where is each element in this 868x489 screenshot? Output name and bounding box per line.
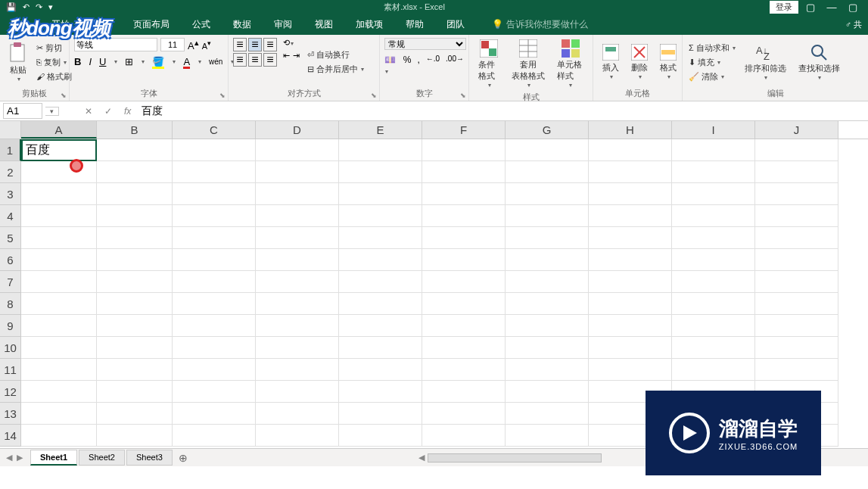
select-all-corner[interactable] bbox=[0, 121, 21, 139]
cell-D7[interactable] bbox=[256, 271, 339, 293]
cell-G11[interactable] bbox=[506, 359, 589, 381]
cell-J5[interactable] bbox=[755, 227, 838, 249]
cell-C6[interactable] bbox=[173, 249, 256, 271]
decrease-indent-icon[interactable]: ⇤ bbox=[283, 51, 290, 61]
name-box[interactable] bbox=[3, 103, 42, 119]
cell-B12[interactable] bbox=[97, 381, 173, 403]
cell-A2[interactable] bbox=[21, 161, 97, 183]
login-button[interactable]: 登录 bbox=[770, 1, 798, 14]
alignment-buttons[interactable]: ≡≡≡ ≡≡≡ bbox=[233, 38, 277, 86]
cell-D14[interactable] bbox=[256, 425, 339, 447]
clipboard-launcher-icon[interactable]: ⬊ bbox=[61, 92, 67, 99]
cell-A8[interactable] bbox=[21, 293, 97, 315]
cell-J7[interactable] bbox=[755, 271, 838, 293]
autosum-button[interactable]: Σ 自动求和 ▾ bbox=[687, 42, 737, 55]
cell-A6[interactable] bbox=[21, 249, 97, 271]
cell-A11[interactable] bbox=[21, 359, 97, 381]
menu-data[interactable]: 数据 bbox=[229, 17, 256, 33]
cell-E2[interactable] bbox=[339, 161, 422, 183]
cell-A14[interactable] bbox=[21, 425, 97, 447]
row-header-1[interactable]: 1 bbox=[0, 139, 21, 161]
underline-button[interactable]: U bbox=[99, 56, 106, 67]
row-header-14[interactable]: 14 bbox=[0, 425, 21, 447]
menu-insert[interactable]: 插入 bbox=[88, 17, 115, 33]
cell-G1[interactable] bbox=[506, 139, 589, 161]
cell-F9[interactable] bbox=[422, 315, 506, 337]
undo-icon[interactable]: ↶ bbox=[23, 2, 30, 12]
cell-D12[interactable] bbox=[256, 381, 339, 403]
cell-H10[interactable] bbox=[589, 337, 672, 359]
menu-home[interactable]: 开始 bbox=[47, 17, 74, 33]
cell-F10[interactable] bbox=[422, 337, 506, 359]
menu-formulas[interactable]: 公式 bbox=[188, 17, 215, 33]
cell-J4[interactable] bbox=[755, 205, 838, 227]
clear-button[interactable]: 🧹 清除 ▾ bbox=[687, 70, 737, 83]
cell-B1[interactable] bbox=[97, 139, 173, 161]
cell-B6[interactable] bbox=[97, 249, 173, 271]
row-header-10[interactable]: 10 bbox=[0, 337, 21, 359]
border-button[interactable]: ⊞ bbox=[125, 56, 133, 67]
cell-G5[interactable] bbox=[506, 227, 589, 249]
menu-help[interactable]: 帮助 bbox=[401, 17, 428, 33]
format-table-button[interactable]: 套用 表格格式▾ bbox=[507, 38, 549, 90]
cell-F6[interactable] bbox=[422, 249, 506, 271]
cell-E9[interactable] bbox=[339, 315, 422, 337]
cell-G12[interactable] bbox=[506, 381, 589, 403]
cell-J8[interactable] bbox=[755, 293, 838, 315]
row-header-9[interactable]: 9 bbox=[0, 315, 21, 337]
cell-C13[interactable] bbox=[173, 403, 256, 425]
cell-C5[interactable] bbox=[173, 227, 256, 249]
fill-color-button[interactable]: 🪣 bbox=[152, 56, 164, 67]
increase-font-icon[interactable]: A▴ bbox=[188, 38, 199, 51]
cell-B5[interactable] bbox=[97, 227, 173, 249]
redo-icon[interactable]: ↷ bbox=[36, 2, 42, 12]
cell-C14[interactable] bbox=[173, 425, 256, 447]
cell-G6[interactable] bbox=[506, 249, 589, 271]
cell-C1[interactable] bbox=[173, 139, 256, 161]
cell-F7[interactable] bbox=[422, 271, 506, 293]
cell-F14[interactable] bbox=[422, 425, 506, 447]
cell-D13[interactable] bbox=[256, 403, 339, 425]
horizontal-scrollbar[interactable] bbox=[428, 453, 602, 463]
cell-J1[interactable] bbox=[755, 139, 838, 161]
menu-view[interactable]: 视图 bbox=[310, 17, 338, 33]
cell-A7[interactable] bbox=[21, 271, 97, 293]
currency-button[interactable]: 💷▾ bbox=[384, 55, 397, 76]
cell-D3[interactable] bbox=[256, 183, 339, 205]
cell-F13[interactable] bbox=[422, 403, 506, 425]
delete-cells-button[interactable]: 删除▾ bbox=[627, 38, 652, 86]
conditional-format-button[interactable]: 条件格式▾ bbox=[474, 38, 504, 90]
increase-decimal-icon[interactable]: ←.0 bbox=[426, 55, 440, 76]
cell-E4[interactable] bbox=[339, 205, 422, 227]
sheet-tab-Sheet2[interactable]: Sheet2 bbox=[79, 450, 125, 466]
cell-I8[interactable] bbox=[672, 293, 755, 315]
col-header-H[interactable]: H bbox=[589, 121, 672, 139]
col-header-C[interactable]: C bbox=[173, 121, 256, 139]
cell-C3[interactable] bbox=[173, 183, 256, 205]
cell-C2[interactable] bbox=[173, 161, 256, 183]
cell-I10[interactable] bbox=[672, 337, 755, 359]
cell-B8[interactable] bbox=[97, 293, 173, 315]
cell-D9[interactable] bbox=[256, 315, 339, 337]
col-header-F[interactable]: F bbox=[422, 121, 506, 139]
cell-B10[interactable] bbox=[97, 337, 173, 359]
cell-A3[interactable] bbox=[21, 183, 97, 205]
cell-E1[interactable] bbox=[339, 139, 422, 161]
percent-button[interactable]: % bbox=[403, 55, 412, 76]
col-header-G[interactable]: G bbox=[506, 121, 589, 139]
cell-J11[interactable] bbox=[755, 359, 838, 381]
menu-layout[interactable]: 页面布局 bbox=[129, 17, 174, 33]
sheet-tab-Sheet1[interactable]: Sheet1 bbox=[30, 450, 77, 466]
cell-I2[interactable] bbox=[672, 161, 755, 183]
cell-H8[interactable] bbox=[589, 293, 672, 315]
cell-D2[interactable] bbox=[256, 161, 339, 183]
cell-J2[interactable] bbox=[755, 161, 838, 183]
font-name-input[interactable] bbox=[74, 38, 157, 51]
cell-H11[interactable] bbox=[589, 359, 672, 381]
sort-filter-button[interactable]: A↓Z 排序和筛选▾ bbox=[740, 38, 791, 86]
cell-J3[interactable] bbox=[755, 183, 838, 205]
cell-E6[interactable] bbox=[339, 249, 422, 271]
row-header-3[interactable]: 3 bbox=[0, 183, 21, 205]
format-painter-button[interactable]: 🖌 格式刷 bbox=[35, 70, 73, 83]
cell-B2[interactable] bbox=[97, 161, 173, 183]
